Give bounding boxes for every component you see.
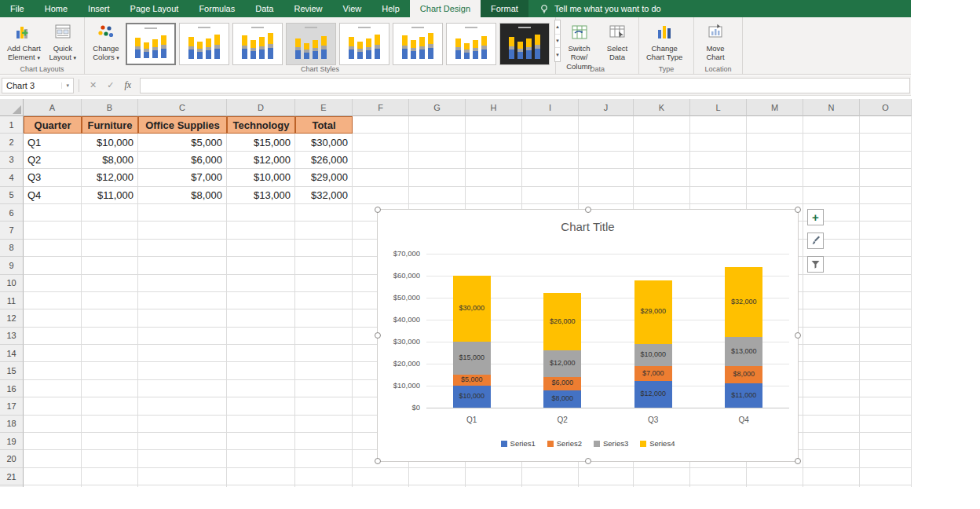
cell-E21[interactable] bbox=[295, 468, 353, 485]
cell-E3[interactable]: $26,000 bbox=[295, 152, 353, 169]
cell-O13[interactable] bbox=[860, 328, 912, 345]
cell-G4[interactable] bbox=[409, 169, 466, 186]
cell-A19[interactable] bbox=[24, 433, 82, 450]
chart-style-thumbnail-4[interactable] bbox=[286, 23, 336, 65]
cell-C2[interactable]: $5,000 bbox=[138, 134, 227, 151]
cell-C7[interactable] bbox=[138, 222, 227, 239]
cell-C16[interactable] bbox=[138, 380, 227, 397]
cell-N2[interactable] bbox=[803, 134, 860, 151]
row-header-20[interactable]: 20 bbox=[0, 450, 24, 467]
cell-A15[interactable] bbox=[24, 362, 82, 379]
change-colors-button[interactable]: Change Colors ▾ bbox=[88, 20, 124, 62]
cell-E10[interactable] bbox=[295, 275, 353, 292]
row-header-4[interactable]: 4 bbox=[0, 169, 24, 186]
cell-N20[interactable] bbox=[803, 450, 860, 467]
tab-view[interactable]: View bbox=[333, 0, 372, 17]
cell-C13[interactable] bbox=[138, 328, 227, 345]
cell-C22[interactable] bbox=[138, 485, 227, 487]
chart-styles-button[interactable] bbox=[807, 233, 824, 249]
cell-I4[interactable] bbox=[522, 169, 579, 186]
cell-E14[interactable] bbox=[295, 345, 353, 362]
cell-F3[interactable] bbox=[353, 152, 409, 169]
cell-F4[interactable] bbox=[353, 169, 409, 186]
cell-D2[interactable]: $15,000 bbox=[227, 134, 295, 151]
cell-N21[interactable] bbox=[803, 468, 860, 485]
column-header-C[interactable]: C bbox=[138, 99, 227, 116]
cell-B3[interactable]: $8,000 bbox=[82, 152, 138, 169]
row-header-19[interactable]: 19 bbox=[0, 433, 24, 450]
column-header-H[interactable]: H bbox=[466, 99, 522, 116]
cell-J3[interactable] bbox=[579, 152, 634, 169]
row-header-10[interactable]: 10 bbox=[0, 275, 24, 292]
row-header-18[interactable]: 18 bbox=[0, 416, 24, 433]
tab-formulas[interactable]: Formulas bbox=[188, 0, 245, 17]
cell-A9[interactable] bbox=[24, 257, 82, 274]
column-header-M[interactable]: M bbox=[747, 99, 803, 116]
cell-O16[interactable] bbox=[860, 380, 912, 397]
cell-E6[interactable] bbox=[295, 204, 353, 222]
tab-review[interactable]: Review bbox=[283, 0, 332, 17]
select-all-corner[interactable] bbox=[0, 99, 24, 116]
chart-elements-button[interactable]: + bbox=[807, 209, 824, 225]
cell-F22[interactable] bbox=[353, 485, 409, 487]
tab-home[interactable]: Home bbox=[35, 0, 78, 17]
cell-K4[interactable] bbox=[634, 169, 690, 186]
cell-O6[interactable] bbox=[860, 204, 912, 222]
cell-A10[interactable] bbox=[24, 275, 82, 292]
cell-C18[interactable] bbox=[138, 416, 227, 433]
cell-J2[interactable] bbox=[579, 134, 634, 151]
column-header-E[interactable]: E bbox=[295, 99, 353, 116]
cell-M22[interactable] bbox=[747, 485, 803, 487]
cell-A5[interactable]: Q4 bbox=[24, 187, 82, 204]
cell-D21[interactable] bbox=[227, 468, 295, 485]
cell-E13[interactable] bbox=[295, 328, 353, 345]
cell-F21[interactable] bbox=[353, 468, 409, 485]
cell-B1[interactable]: Furniture bbox=[82, 116, 138, 134]
chart-resize-handle[interactable] bbox=[585, 207, 591, 213]
cell-C21[interactable] bbox=[138, 468, 227, 485]
cell-C10[interactable] bbox=[138, 275, 227, 292]
cell-E15[interactable] bbox=[295, 362, 353, 379]
cell-D5[interactable]: $13,000 bbox=[227, 187, 295, 204]
cell-K3[interactable] bbox=[634, 152, 690, 169]
tab-data[interactable]: Data bbox=[245, 0, 283, 17]
cell-D12[interactable] bbox=[227, 309, 295, 327]
cell-K21[interactable] bbox=[634, 468, 690, 485]
column-header-J[interactable]: J bbox=[579, 99, 634, 116]
cell-N10[interactable] bbox=[803, 275, 860, 292]
cell-D3[interactable]: $12,000 bbox=[227, 152, 295, 169]
column-header-D[interactable]: D bbox=[227, 99, 295, 116]
cell-O7[interactable] bbox=[860, 222, 912, 239]
change-chart-type-button[interactable]: Change Chart Type bbox=[642, 20, 686, 62]
cell-A11[interactable] bbox=[24, 292, 82, 309]
cell-O1[interactable] bbox=[860, 116, 912, 134]
row-header-9[interactable]: 9 bbox=[0, 257, 24, 274]
cell-J5[interactable] bbox=[579, 187, 634, 204]
chart-legend[interactable]: Series1Series2Series3Series4 bbox=[378, 439, 798, 448]
move-chart-button[interactable]: Move Chart bbox=[697, 20, 733, 62]
chart-resize-handle[interactable] bbox=[795, 207, 801, 213]
cell-A1[interactable]: Quarter bbox=[24, 116, 82, 134]
cell-C9[interactable] bbox=[138, 257, 227, 274]
cell-D8[interactable] bbox=[227, 240, 295, 257]
cell-M21[interactable] bbox=[747, 468, 803, 485]
row-header-5[interactable]: 5 bbox=[0, 187, 24, 204]
cell-C3[interactable]: $6,000 bbox=[138, 152, 227, 169]
cell-B15[interactable] bbox=[82, 362, 138, 379]
cell-B21[interactable] bbox=[82, 468, 138, 485]
cell-C12[interactable] bbox=[138, 309, 227, 327]
row-header-16[interactable]: 16 bbox=[0, 380, 24, 397]
cell-A8[interactable] bbox=[24, 240, 82, 257]
cell-C1[interactable]: Office Supplies bbox=[138, 116, 227, 134]
name-box-dropdown-icon[interactable]: ▾ bbox=[61, 82, 69, 89]
chart-style-thumbnail-7[interactable] bbox=[446, 23, 496, 65]
cell-M1[interactable] bbox=[747, 116, 803, 134]
cell-K2[interactable] bbox=[634, 134, 690, 151]
cell-F2[interactable] bbox=[353, 134, 409, 151]
row-header-17[interactable]: 17 bbox=[0, 397, 24, 415]
chart-resize-handle[interactable] bbox=[795, 332, 801, 339]
cell-B17[interactable] bbox=[82, 397, 138, 415]
cell-B9[interactable] bbox=[82, 257, 138, 274]
row-header-6[interactable]: 6 bbox=[0, 204, 24, 222]
cell-O4[interactable] bbox=[860, 169, 912, 186]
